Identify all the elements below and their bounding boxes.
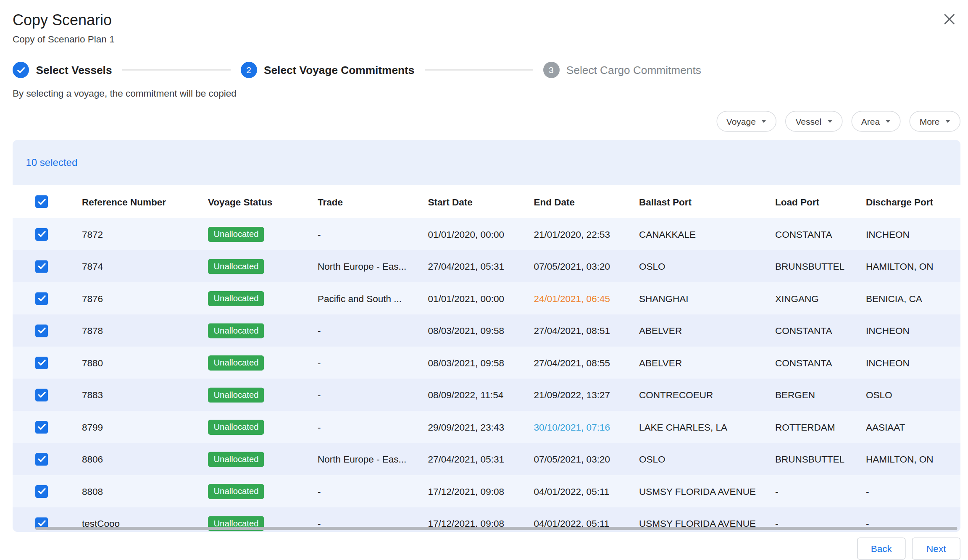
- cell-load-port: ROTTERDAM: [775, 422, 866, 433]
- cell-load-port: BRUNSBUTTEL: [775, 261, 866, 272]
- row-checkbox[interactable]: [35, 356, 48, 369]
- cell-trade: -: [318, 422, 428, 433]
- selection-summary-bar: 10 selected: [13, 140, 960, 185]
- cell-reference-number: 8808: [82, 486, 208, 497]
- table-row[interactable]: 8799 Unallocated - 29/09/2021, 23:43 30/…: [13, 411, 960, 443]
- filter-vessel-button[interactable]: Vessel: [785, 111, 842, 132]
- cell-end-date: 04/01/2022, 05:11: [534, 486, 639, 497]
- cell-load-port: CONSTANTA: [775, 358, 866, 368]
- step-select-cargo-commitments[interactable]: 3 Select Cargo Commitments: [543, 62, 701, 78]
- step-circle-2: 2: [240, 62, 257, 78]
- column-header-load-port: Load Port: [775, 196, 866, 207]
- filter-more-button[interactable]: More: [910, 111, 960, 132]
- filter-voyage-button[interactable]: Voyage: [716, 111, 777, 132]
- cell-ballast-port: SHANGHAI: [639, 293, 775, 304]
- status-badge: Unallocated: [208, 291, 264, 306]
- cell-discharge-port: -: [866, 486, 960, 497]
- cell-discharge-port: AASIAAT: [866, 422, 960, 433]
- cell-reference-number: 7876: [82, 293, 208, 304]
- cell-end-date: 27/04/2021, 08:51: [534, 325, 639, 336]
- select-all-checkbox[interactable]: [35, 195, 48, 208]
- cell-ballast-port: LAKE CHARLES, LA: [639, 422, 775, 433]
- cell-end-date: 30/10/2021, 07:16: [534, 422, 639, 433]
- check-icon: [17, 66, 25, 74]
- row-checkbox[interactable]: [35, 453, 48, 465]
- table-row[interactable]: 8808 Unallocated - 17/12/2021, 09:08 04/…: [13, 475, 960, 507]
- row-checkbox[interactable]: [35, 421, 48, 433]
- cell-ballast-port: OSLO: [639, 454, 775, 465]
- cell-voyage-status: Unallocated: [208, 452, 318, 467]
- cell-load-port: BERGEN: [775, 389, 866, 400]
- cell-discharge-port: INCHEON: [866, 358, 960, 368]
- step-select-vessels[interactable]: Select Vessels: [13, 62, 112, 78]
- chevron-down-icon: [827, 120, 832, 123]
- cell-start-date: 01/01/2020, 00:00: [428, 229, 534, 240]
- row-checkbox[interactable]: [35, 485, 48, 497]
- checkbox-check-icon: [37, 198, 46, 205]
- status-badge: Unallocated: [208, 387, 264, 402]
- checkbox-check-icon: [37, 359, 46, 366]
- close-button[interactable]: [940, 10, 958, 28]
- table-row[interactable]: 7883 Unallocated - 08/09/2022, 11:54 21/…: [13, 379, 960, 411]
- cell-voyage-status: Unallocated: [208, 387, 318, 402]
- cell-discharge-port: INCHEON: [866, 325, 960, 336]
- table-row[interactable]: 7876 Unallocated Pacific and South ... 0…: [13, 282, 960, 315]
- column-header-discharge-port: Discharge Port: [866, 196, 960, 207]
- cell-trade: -: [318, 229, 428, 240]
- cell-trade: -: [318, 358, 428, 368]
- cell-start-date: 27/04/2021, 05:31: [428, 454, 534, 465]
- cell-load-port: CONSTANTA: [775, 229, 866, 240]
- back-button[interactable]: Back: [857, 538, 906, 560]
- step-connector: [122, 69, 230, 71]
- filter-more-label: More: [920, 116, 940, 126]
- next-button[interactable]: Next: [912, 538, 961, 560]
- cell-discharge-port: HAMILTON, ON: [866, 261, 960, 272]
- checkbox-check-icon: [37, 231, 46, 238]
- step-select-voyage-commitments[interactable]: 2 Select Voyage Commitments: [240, 62, 414, 78]
- row-checkbox[interactable]: [35, 389, 48, 401]
- cell-start-date: 17/12/2021, 09:08: [428, 486, 534, 497]
- checkbox-check-icon: [37, 488, 46, 495]
- status-badge: Unallocated: [208, 226, 264, 242]
- cell-start-date: 29/09/2021, 23:43: [428, 422, 534, 433]
- table-row[interactable]: 7878 Unallocated - 08/03/2021, 09:58 27/…: [13, 315, 960, 347]
- cell-voyage-status: Unallocated: [208, 419, 318, 434]
- table-row[interactable]: 7874 Unallocated North Europe - Eas... 2…: [13, 250, 960, 283]
- cell-ballast-port: CONTRECOEUR: [639, 389, 775, 400]
- cell-discharge-port: HAMILTON, ON: [866, 454, 960, 465]
- dialog-header: Copy Scenario Copy of Scenario Plan 1: [0, 0, 968, 45]
- filter-voyage-label: Voyage: [726, 116, 756, 126]
- checkbox-check-icon: [37, 295, 46, 302]
- row-checkbox[interactable]: [35, 292, 48, 305]
- cell-start-date: 08/03/2021, 09:58: [428, 358, 534, 368]
- cell-trade: North Europe - Eas...: [318, 454, 428, 465]
- voyage-commitments-table-card: 10 selected Reference Number Voyage Stat…: [13, 140, 960, 532]
- cell-discharge-port: OSLO: [866, 389, 960, 400]
- cell-start-date: 01/01/2021, 00:00: [428, 293, 534, 304]
- row-checkbox[interactable]: [35, 260, 48, 273]
- table-row[interactable]: 7880 Unallocated - 08/03/2021, 09:58 27/…: [13, 347, 960, 379]
- horizontal-scrollbar[interactable]: [35, 527, 957, 530]
- cell-load-port: -: [775, 486, 866, 497]
- row-checkbox[interactable]: [35, 228, 48, 240]
- cell-voyage-status: Unallocated: [208, 259, 318, 274]
- checkbox-check-icon: [37, 456, 46, 463]
- step-circle-1: [13, 62, 29, 78]
- checkbox-check-icon: [37, 520, 46, 527]
- cell-voyage-status: Unallocated: [208, 355, 318, 370]
- cell-end-date: 07/05/2021, 03:20: [534, 454, 639, 465]
- row-checkbox[interactable]: [35, 324, 48, 337]
- cell-ballast-port: CANAKKALE: [639, 229, 775, 240]
- checkbox-check-icon: [37, 423, 46, 431]
- table-row[interactable]: 7872 Unallocated - 01/01/2020, 00:00 21/…: [13, 218, 960, 250]
- table-header-row: Reference Number Voyage Status Trade Sta…: [13, 185, 960, 218]
- table-row[interactable]: 8806 Unallocated North Europe - Eas... 2…: [13, 443, 960, 476]
- selected-count: 10 selected: [26, 157, 78, 168]
- cell-reference-number: 8806: [82, 454, 208, 465]
- filter-area-button[interactable]: Area: [851, 111, 901, 132]
- filter-area-label: Area: [861, 116, 880, 126]
- column-header-ballast-port: Ballast Port: [639, 196, 775, 207]
- status-badge: Unallocated: [208, 259, 264, 274]
- checkbox-check-icon: [37, 263, 46, 270]
- step-description: By selecting a voyage, the commitment wi…: [0, 88, 968, 99]
